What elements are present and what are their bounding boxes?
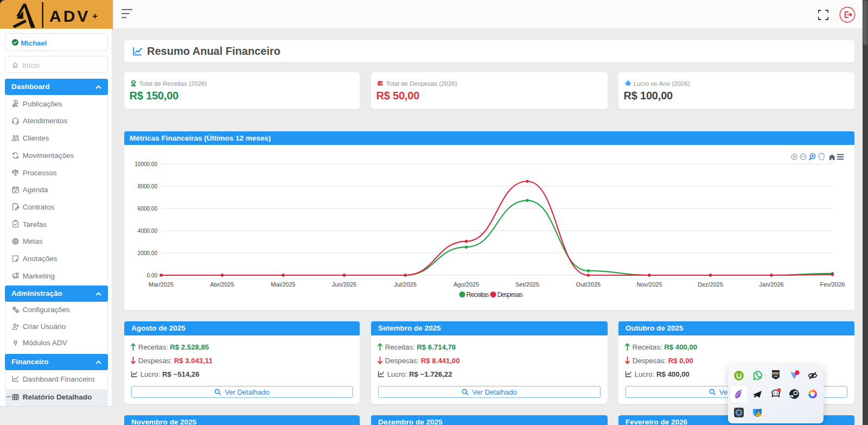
svg-text:EPIC: EPIC: [773, 372, 780, 375]
svg-text:Ago/2025: Ago/2025: [454, 281, 479, 288]
svg-text:Jul/2025: Jul/2025: [394, 281, 417, 288]
svg-text:8000.00: 8000.00: [138, 183, 158, 189]
svg-text:Mar/2025: Mar/2025: [149, 281, 174, 288]
svg-text:Fev/2026: Fev/2026: [820, 281, 845, 288]
svg-text:!: !: [758, 413, 760, 416]
svg-text:Nov/2025: Nov/2025: [636, 281, 662, 288]
svg-text:10000.00: 10000.00: [135, 161, 157, 167]
svg-text:Receitas: Receitas: [467, 291, 489, 299]
svg-text:Jan/2026: Jan/2026: [759, 281, 783, 288]
svg-text:Abr/2025: Abr/2025: [210, 281, 234, 288]
svg-text:0.00: 0.00: [147, 272, 158, 278]
svg-text:ADV: ADV: [49, 7, 90, 25]
svg-text:6000.00: 6000.00: [138, 206, 158, 212]
svg-text:$: $: [132, 80, 135, 85]
svg-text:Mai/2025: Mai/2025: [271, 281, 295, 288]
svg-text:Despesas: Despesas: [497, 291, 523, 299]
svg-text:Set/2025: Set/2025: [515, 281, 539, 288]
svg-text:2000.00: 2000.00: [138, 250, 158, 256]
svg-text:Dez/2025: Dez/2025: [698, 281, 723, 288]
svg-text:Out/2025: Out/2025: [576, 281, 601, 288]
svg-text:Jun/2025: Jun/2025: [332, 281, 356, 288]
svg-text:+: +: [92, 11, 98, 21]
svg-text:4000.00: 4000.00: [138, 228, 158, 234]
